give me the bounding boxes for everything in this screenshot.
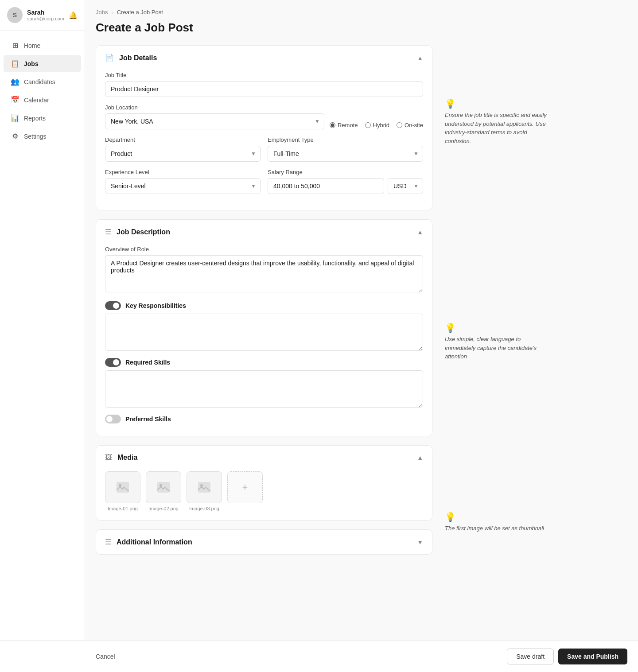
image-placeholder-icon-3 — [197, 481, 211, 493]
job-title-input[interactable] — [105, 81, 423, 97]
key-responsibilities-toggle[interactable] — [105, 301, 121, 310]
settings-nav-icon: ⚙ — [11, 132, 19, 140]
avatar: S — [7, 7, 23, 23]
currency-select-wrap: USD EUR GBP CAD ▼ — [388, 178, 423, 194]
job-details-card: 📄 Job Details ▲ Job Title Job Location — [96, 45, 432, 210]
required-skills-textarea[interactable] — [105, 370, 423, 408]
job-description-chevron: ▲ — [417, 229, 423, 236]
additional-info-icon: ☰ — [105, 538, 111, 546]
tip-job-description-icon: 💡 — [445, 322, 548, 333]
media-thumb-1[interactable] — [105, 471, 140, 503]
jobs-nav-icon: 📋 — [11, 59, 19, 68]
job-details-header[interactable]: 📄 Job Details ▲ — [96, 46, 432, 70]
sidebar-item-settings[interactable]: ⚙Settings — [4, 128, 81, 145]
required-skills-group: Required Skills — [105, 358, 423, 409]
tip-job-description: 💡 Use simple, clear language to immediat… — [445, 314, 548, 361]
sidebar-item-label-settings: Settings — [24, 133, 47, 140]
job-description-title: Job Description — [117, 228, 170, 236]
additional-info-card: ☰ Additional Information ▼ — [96, 529, 432, 555]
job-details-chevron: ▲ — [417, 54, 423, 62]
onsite-radio-label[interactable]: On-site — [397, 122, 423, 128]
notification-icon[interactable]: 🔔 — [69, 11, 78, 19]
salary-label: Salary Range — [268, 169, 423, 175]
preferred-skills-toggle[interactable] — [105, 415, 121, 423]
overview-group: Overview of Role A Product Designer crea… — [105, 246, 423, 294]
breadcrumb-jobs[interactable]: Jobs — [96, 9, 108, 16]
job-details-icon: 📄 — [105, 54, 114, 62]
job-description-header[interactable]: ☰ Job Description ▲ — [96, 220, 432, 244]
additional-info-header-left: ☰ Additional Information — [105, 538, 192, 546]
media-thumb-3[interactable] — [187, 471, 222, 503]
tip-media: 💡 The first image will be set as thumbna… — [445, 503, 548, 533]
sidebar-item-reports[interactable]: 📊Reports — [4, 109, 81, 127]
cancel-button[interactable]: Cancel — [96, 653, 115, 660]
employment-type-select-wrap: Full-Time Part-Time Contract Internship … — [268, 146, 423, 162]
section-desc-header-left: ☰ Job Description — [105, 228, 170, 236]
media-thumb-2[interactable] — [146, 471, 181, 503]
job-details-body: Job Title Job Location New York, USA San… — [96, 70, 432, 210]
salary-input[interactable] — [268, 178, 384, 194]
footer-actions: Save draft Save and Publish — [507, 649, 627, 664]
salary-group: Salary Range USD EUR GBP CAD — [268, 169, 423, 194]
tip-job-description-text: Use simple, clear language to immediatel… — [445, 335, 548, 361]
media-add-item: + — [227, 471, 263, 511]
media-title: Media — [117, 454, 137, 462]
breadcrumb-current: Create a Job Post — [117, 9, 163, 16]
hybrid-radio[interactable] — [365, 122, 371, 128]
work-type-radio-group: Remote Hybrid On-site — [330, 122, 423, 129]
hybrid-radio-label[interactable]: Hybrid — [365, 122, 390, 128]
breadcrumb: Jobs › Create a Job Post — [85, 0, 638, 19]
department-label: Department — [105, 136, 261, 143]
employment-type-group: Employment Type Full-Time Part-Time Cont… — [268, 136, 423, 162]
image-placeholder-icon-2 — [156, 481, 171, 493]
onsite-label: On-site — [405, 122, 423, 128]
media-item-3: Image-03.png — [187, 471, 222, 511]
remote-label: Remote — [338, 122, 358, 128]
overview-textarea[interactable]: A Product Designer creates user-centered… — [105, 255, 423, 292]
sidebar-item-candidates[interactable]: 👥Candidates — [4, 73, 81, 90]
save-draft-button[interactable]: Save draft — [507, 649, 554, 664]
onsite-radio[interactable] — [397, 122, 402, 128]
media-add-button[interactable]: + — [227, 471, 263, 503]
experience-select[interactable]: Junior-Level Mid-Level Senior-Level Dire… — [105, 178, 261, 194]
experience-group: Experience Level Junior-Level Mid-Level … — [105, 169, 261, 194]
location-select[interactable]: New York, USA San Francisco, USA London,… — [105, 113, 324, 129]
required-skills-toggle-row: Required Skills — [105, 358, 423, 367]
employment-type-select[interactable]: Full-Time Part-Time Contract Internship — [268, 146, 423, 162]
preferred-skills-toggle-row: Preferred Skills — [105, 415, 423, 423]
media-row: Image-01.png Image-02.png — [105, 471, 423, 511]
remote-radio[interactable] — [330, 122, 335, 128]
media-header[interactable]: 🖼 Media ▲ — [96, 446, 432, 470]
media-card: 🖼 Media ▲ — [96, 445, 432, 521]
preferred-skills-group: Preferred Skills — [105, 415, 423, 423]
additional-info-header[interactable]: ☰ Additional Information ▼ — [96, 530, 432, 554]
sidebar-item-label-jobs: Jobs — [24, 60, 39, 67]
svg-rect-2 — [157, 482, 170, 493]
currency-select[interactable]: USD EUR GBP CAD — [388, 178, 423, 194]
job-location-group: Job Location New York, USA San Francisco… — [105, 104, 423, 129]
sidebar-item-calendar[interactable]: 📅Calendar — [4, 91, 81, 109]
salary-row: USD EUR GBP CAD ▼ — [268, 178, 423, 194]
exp-salary-row: Experience Level Junior-Level Mid-Level … — [105, 169, 423, 201]
remote-radio-label[interactable]: Remote — [330, 122, 358, 128]
tip-media-text: The first image will be set as thumbnail — [445, 524, 548, 533]
content-area: 📄 Job Details ▲ Job Title Job Location — [85, 45, 638, 555]
save-publish-button[interactable]: Save and Publish — [558, 649, 627, 664]
media-chevron: ▲ — [417, 454, 423, 461]
form-sections: 📄 Job Details ▲ Job Title Job Location — [96, 45, 432, 555]
sidebar: S Sarah sarah@corp.com 🔔 ⊞Home📋Jobs👥Cand… — [0, 0, 85, 672]
sidebar-item-jobs[interactable]: 📋Jobs — [4, 55, 81, 72]
required-skills-toggle[interactable] — [105, 358, 121, 367]
department-select-wrap: Product Engineering Design Marketing HR … — [105, 146, 261, 162]
additional-info-chevron: ▼ — [417, 539, 423, 546]
location-select-wrap: New York, USA San Francisco, USA London,… — [105, 113, 324, 129]
media-body: Image-01.png Image-02.png — [96, 470, 432, 520]
hybrid-label: Hybrid — [373, 122, 390, 128]
key-responsibilities-textarea[interactable] — [105, 314, 423, 351]
sidebar-item-home[interactable]: ⊞Home — [4, 37, 81, 54]
nav-menu: ⊞Home📋Jobs👥Candidates📅Calendar📊Reports⚙S… — [0, 31, 85, 645]
section-header-left: 📄 Job Details — [105, 54, 157, 62]
department-group: Department Product Engineering Design Ma… — [105, 136, 261, 162]
sidebar-item-label-home: Home — [24, 42, 40, 49]
department-select[interactable]: Product Engineering Design Marketing HR … — [105, 146, 261, 162]
